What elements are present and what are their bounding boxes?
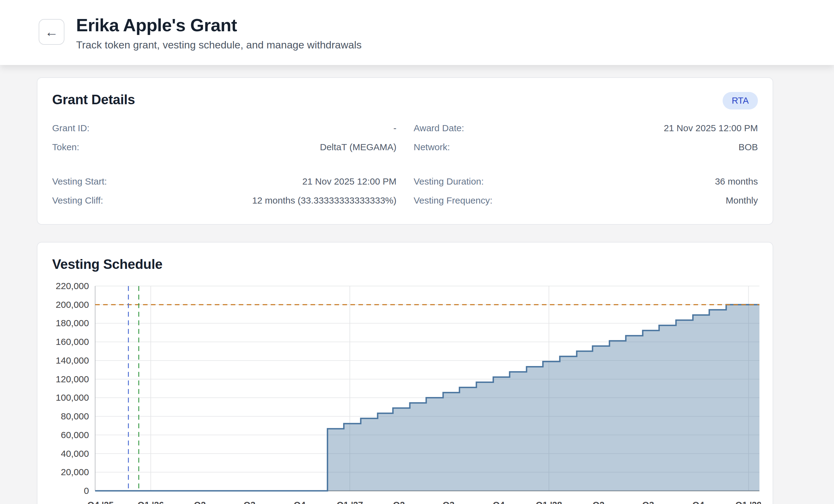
x-axis-label: Q2 (194, 500, 206, 504)
back-button[interactable]: ← (39, 19, 64, 45)
x-axis-label: Q3 (442, 500, 455, 504)
x-axis-label: Q4 (693, 500, 704, 504)
page-subtitle: Track token grant, vesting schedule, and… (76, 39, 361, 51)
y-axis-label: 220,000 (56, 281, 89, 291)
rta-badge: RTA (723, 92, 758, 110)
vesting-schedule-title: Vesting Schedule (52, 257, 758, 272)
page-title: Erika Apple's Grant (76, 15, 361, 35)
detail-row: Network:BOB (414, 138, 758, 157)
detail-row: Grant ID:- (52, 119, 396, 138)
x-axis-label: Q3 (642, 500, 654, 504)
x-axis-label: Q1 '29 (735, 500, 761, 504)
detail-row: Vesting Duration:36 months (414, 172, 758, 191)
x-axis-label: Q4 (493, 500, 505, 504)
y-axis-label: 0 (84, 486, 89, 496)
grant-details-card: Grant Details RTA Grant ID:-Token:DeltaT… (37, 77, 773, 225)
detail-label: Token: (52, 142, 79, 152)
detail-row: Vesting Cliff:12 months (33.333333333333… (52, 191, 396, 210)
detail-label: Grant ID: (52, 123, 90, 133)
detail-value: 21 Nov 2025 12:00 PM (302, 176, 396, 187)
detail-value: BOB (739, 142, 758, 152)
detail-value: 21 Nov 2025 12:00 PM (664, 123, 758, 133)
detail-label: Network: (414, 142, 450, 152)
detail-row: Award Date:21 Nov 2025 12:00 PM (414, 119, 758, 138)
back-arrow-icon: ← (45, 25, 58, 39)
x-axis-label: Q2 (393, 500, 405, 504)
vesting-chart-svg: 020,00040,00060,00080,000100,000120,0001… (52, 280, 761, 504)
detail-label: Vesting Frequency: (414, 195, 492, 206)
x-axis-label: Q1 '27 (336, 500, 363, 504)
y-axis-label: 180,000 (56, 318, 89, 328)
detail-value: Monthly (726, 195, 758, 206)
detail-column-1: Grant ID:-Token:DeltaT (MEGAMA)Vesting S… (52, 119, 396, 210)
y-axis-label: 160,000 (56, 337, 89, 347)
detail-group-divider (52, 157, 396, 172)
detail-group-divider (414, 157, 758, 172)
grant-details-title: Grant Details (52, 92, 135, 107)
x-axis-label: Q4 '25 (87, 500, 114, 504)
detail-label: Award Date: (414, 123, 464, 133)
y-axis-label: 40,000 (61, 449, 89, 459)
y-axis-label: 60,000 (61, 430, 89, 440)
x-axis-label: Q3 (244, 500, 256, 504)
main-content: Grant Details RTA Grant ID:-Token:DeltaT… (0, 65, 834, 504)
x-axis-label: Q4 (294, 500, 306, 504)
detail-value: 12 months (33.33333333333333%) (252, 195, 396, 206)
detail-value: - (393, 123, 396, 133)
y-axis-label: 80,000 (61, 411, 89, 421)
y-axis-label: 200,000 (56, 299, 89, 310)
detail-row: Vesting Frequency:Monthly (414, 191, 758, 210)
detail-row: Token:DeltaT (MEGAMA) (52, 138, 396, 157)
vesting-schedule-chart: 020,00040,00060,00080,000100,000120,0001… (52, 280, 758, 504)
y-axis-label: 120,000 (56, 374, 89, 384)
vesting-schedule-card: Vesting Schedule 020,00040,00060,00080,0… (37, 242, 773, 504)
detail-value: DeltaT (MEGAMA) (320, 142, 396, 152)
detail-label: Vesting Duration: (414, 176, 484, 187)
grant-details-grid: Grant ID:-Token:DeltaT (MEGAMA)Vesting S… (52, 119, 758, 210)
detail-label: Vesting Start: (52, 176, 107, 187)
y-axis-label: 100,000 (56, 392, 89, 403)
y-axis-label: 20,000 (61, 467, 89, 477)
y-axis-label: 140,000 (56, 355, 89, 365)
detail-column-2: Award Date:21 Nov 2025 12:00 PMNetwork:B… (414, 119, 758, 210)
detail-label: Vesting Cliff: (52, 195, 103, 206)
page-header: ← Erika Apple's Grant Track token grant,… (0, 0, 834, 65)
detail-row: Vesting Start:21 Nov 2025 12:00 PM (52, 172, 396, 191)
detail-value: 36 months (715, 176, 758, 187)
x-axis-label: Q2 (593, 500, 605, 504)
x-axis-label: Q1 '28 (536, 500, 562, 504)
x-axis-label: Q1 '26 (137, 500, 164, 504)
